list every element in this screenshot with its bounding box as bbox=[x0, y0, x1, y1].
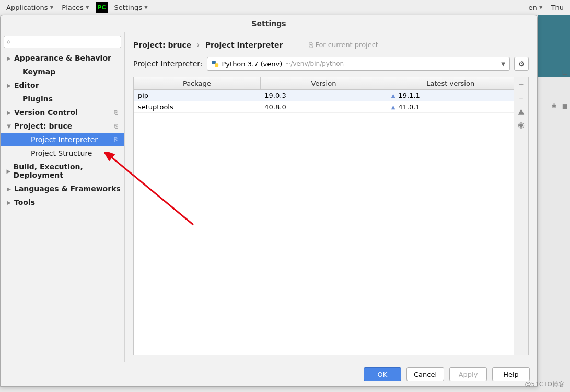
cell-latest: ▲41.0.1 bbox=[387, 101, 514, 112]
tree-item-label: Tools bbox=[14, 198, 35, 206]
settings-sidebar: ⌕ ▶Appearance & BehaviorKeymap▶EditorPlu… bbox=[1, 32, 125, 362]
gear-icon: ⚙ bbox=[518, 60, 525, 68]
interpreter-label: Project Interpreter: bbox=[133, 60, 203, 68]
tree-arrow-icon: ▶ bbox=[6, 110, 12, 116]
tree-item-version-control[interactable]: ▶Version Control⎘ bbox=[1, 106, 124, 119]
breadcrumb-crumb1: Project: bruce bbox=[133, 41, 191, 49]
breadcrumb-sep-icon: › bbox=[196, 40, 200, 50]
caret-icon: ▼ bbox=[539, 5, 543, 10]
tree-item-build-execution-deployment[interactable]: ▶Build, Execution, Deployment bbox=[1, 160, 124, 182]
caret-icon: ▼ bbox=[50, 5, 53, 10]
update-arrow-icon: ▲ bbox=[391, 93, 395, 98]
settings-content: Project: bruce › Project Interpreter ⎘ F… bbox=[125, 32, 537, 362]
topbar-places-label: Places bbox=[62, 4, 83, 11]
remove-package-button[interactable]: － bbox=[514, 91, 528, 105]
copy-icon: ⎘ bbox=[309, 41, 313, 49]
maximize-icon[interactable]: □ bbox=[562, 68, 568, 75]
help-button[interactable]: Help bbox=[492, 367, 530, 381]
topbar-settings-label: Settings bbox=[114, 4, 142, 11]
breadcrumb-hint-label: For current project bbox=[315, 41, 378, 49]
interpreter-gear-button[interactable]: ⚙ bbox=[514, 57, 529, 71]
show-early-button[interactable]: ◉ bbox=[514, 118, 528, 132]
packages-rows: pip19.0.3▲19.1.1setuptools40.8.0▲41.0.1 bbox=[134, 90, 514, 113]
breadcrumb: Project: bruce › Project Interpreter ⎘ F… bbox=[125, 32, 537, 55]
minimize-icon[interactable]: — bbox=[552, 68, 558, 75]
watermark: @51CTO博客 bbox=[525, 380, 565, 389]
pycharm-icon[interactable]: PC bbox=[96, 2, 108, 13]
tree-item-keymap[interactable]: Keymap bbox=[1, 65, 124, 78]
topbar-places[interactable]: Places ▼ bbox=[57, 4, 93, 11]
tree-item-editor[interactable]: ▶Editor bbox=[1, 78, 124, 92]
tree-item-label: Keymap bbox=[22, 67, 55, 76]
package-row[interactable]: setuptools40.8.0▲41.0.1 bbox=[134, 101, 514, 113]
cell-latest-value: 41.0.1 bbox=[398, 103, 420, 111]
scope-badge-icon: ⎘ bbox=[114, 136, 121, 143]
dialog-body: ⌕ ▶Appearance & BehaviorKeymap▶EditorPlu… bbox=[1, 32, 537, 362]
topbar-day[interactable]: Thu bbox=[547, 4, 568, 11]
chevron-down-icon: ▼ bbox=[501, 61, 505, 67]
tree-item-label: Version Control bbox=[14, 108, 78, 117]
breadcrumb-hint: ⎘ For current project bbox=[309, 41, 378, 49]
package-row[interactable]: pip19.0.3▲19.1.1 bbox=[134, 90, 514, 101]
window-controls: — □ bbox=[552, 68, 568, 75]
settings-dialog: Settings ⌕ ▶Appearance & BehaviorKeymap▶… bbox=[0, 15, 538, 387]
svg-rect-1 bbox=[215, 63, 218, 67]
tree-item-label: Plugins bbox=[22, 95, 53, 103]
gnome-topbar: Applications ▼ Places ▼ PC Settings ▼ en… bbox=[0, 0, 570, 15]
plus-icon: ＋ bbox=[517, 79, 525, 89]
scope-badge-icon: ⎘ bbox=[114, 123, 121, 130]
minus-icon: － bbox=[517, 93, 525, 103]
stop-icon[interactable]: ■ bbox=[562, 102, 568, 110]
header-version[interactable]: Version bbox=[261, 77, 388, 89]
tree-item-plugins[interactable]: Plugins bbox=[1, 92, 124, 106]
cell-latest-value: 19.1.1 bbox=[398, 91, 420, 99]
editor-tool-icons: ✱ ■ bbox=[552, 102, 568, 110]
add-package-button[interactable]: ＋ bbox=[514, 77, 528, 91]
tree-item-project-structure[interactable]: Project Structure bbox=[1, 146, 124, 160]
tree-item-tools[interactable]: ▶Tools bbox=[1, 195, 124, 209]
interpreter-path: ~/venv/bin/python bbox=[285, 60, 344, 67]
tree-item-project-bruce[interactable]: ▼Project: bruce⎘ bbox=[1, 119, 124, 133]
dialog-title: Settings bbox=[1, 15, 537, 32]
tree-item-label: Project Structure bbox=[31, 149, 92, 157]
packages-area: Package Version Latest version pip19.0.3… bbox=[133, 77, 529, 355]
packages-header: Package Version Latest version bbox=[134, 77, 514, 90]
topbar-day-label: Thu bbox=[551, 4, 564, 11]
tree-item-label: Languages & Frameworks bbox=[14, 185, 121, 193]
interpreter-select[interactable]: Python 3.7 (venv) ~/venv/bin/python ▼ bbox=[207, 57, 510, 71]
caret-icon: ▼ bbox=[86, 5, 89, 10]
dialog-footer: OK Cancel Apply Help bbox=[1, 362, 537, 386]
ok-button[interactable]: OK bbox=[364, 367, 401, 381]
topbar-applications-label: Applications bbox=[6, 4, 48, 11]
apply-button: Apply bbox=[449, 367, 487, 381]
topbar-applications[interactable]: Applications ▼ bbox=[2, 4, 57, 11]
packages-table: Package Version Latest version pip19.0.3… bbox=[134, 77, 514, 355]
tree-item-appearance-behavior[interactable]: ▶Appearance & Behavior bbox=[1, 51, 124, 65]
topbar-settings[interactable]: Settings ▼ bbox=[110, 4, 152, 11]
sidebar-search-input[interactable] bbox=[4, 36, 121, 48]
tree-arrow-icon: ▶ bbox=[6, 55, 12, 61]
scope-badge-icon: ⎘ bbox=[114, 109, 121, 116]
interpreter-name: Python 3.7 (venv) bbox=[222, 60, 283, 68]
cell-version: 40.8.0 bbox=[260, 101, 387, 112]
cell-version: 19.0.3 bbox=[260, 90, 387, 101]
tree-item-languages-frameworks[interactable]: ▶Languages & Frameworks bbox=[1, 182, 124, 195]
header-package[interactable]: Package bbox=[134, 77, 261, 89]
topbar-lang[interactable]: en ▼ bbox=[524, 4, 546, 11]
tree-arrow-icon: ▶ bbox=[6, 168, 11, 174]
gear-icon[interactable]: ✱ bbox=[552, 102, 557, 110]
tree-item-label: Build, Execution, Deployment bbox=[14, 163, 121, 179]
settings-tree: ▶Appearance & BehaviorKeymap▶EditorPlugi… bbox=[1, 51, 124, 209]
header-latest[interactable]: Latest version bbox=[387, 77, 514, 89]
cancel-button[interactable]: Cancel bbox=[406, 367, 444, 381]
python-icon bbox=[212, 60, 219, 67]
breadcrumb-crumb2: Project Interpreter bbox=[205, 41, 283, 49]
upgrade-package-button[interactable]: ▲ bbox=[514, 105, 528, 118]
tree-item-project-interpreter[interactable]: Project Interpreter⎘ bbox=[1, 133, 124, 146]
tree-arrow-icon: ▼ bbox=[6, 123, 12, 129]
tree-arrow-icon: ▶ bbox=[6, 83, 12, 88]
update-arrow-icon: ▲ bbox=[391, 104, 395, 110]
desktop-background: — □ ✱ ■ bbox=[538, 15, 570, 392]
eye-icon: ◉ bbox=[518, 120, 525, 130]
up-arrow-icon: ▲ bbox=[518, 107, 525, 116]
